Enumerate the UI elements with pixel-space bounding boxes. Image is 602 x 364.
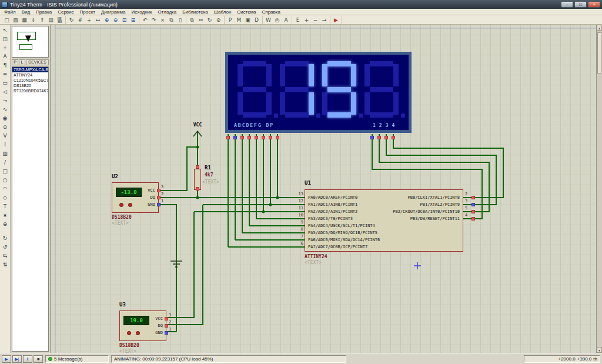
menu-item-6[interactable]: Исходник [129, 9, 155, 15]
pick-parts-button[interactable]: P [226, 16, 235, 24]
2d-symbol-mode-button[interactable]: ★ [1, 211, 10, 220]
device-item-3[interactable]: DS18B20 [12, 83, 48, 88]
text-script-mode-button[interactable]: ¶ [1, 61, 10, 70]
voltage-probe-mode-button[interactable]: V [1, 132, 10, 141]
messages-field[interactable]: 5 Message(s) [45, 355, 109, 363]
pause-button[interactable]: ‖ [23, 355, 32, 363]
scroll-up-arrow[interactable]: ▲ [597, 25, 602, 31]
device-item-4[interactable]: RT1206BRD074K7L [12, 88, 48, 93]
buses-mode-button[interactable]: ≡ [1, 70, 10, 79]
menu-item-3[interactable]: Сервис [55, 9, 76, 15]
toolbar-group: ▢▧▦⇓⇑▤▒ [1, 16, 66, 24]
design-explorer-button[interactable]: E [293, 16, 302, 24]
menu-item-8[interactable]: Библиотека [179, 9, 211, 15]
decompose-button[interactable]: D [252, 16, 261, 24]
export-section-button[interactable]: ⇑ [38, 16, 46, 24]
2d-text-mode-button[interactable]: T [1, 202, 10, 211]
graph-mode-button[interactable]: ∿ [1, 105, 10, 114]
packaging-tool-button[interactable]: ▣ [243, 16, 252, 24]
virtual-instruments-mode-button[interactable]: ▥ [1, 149, 10, 158]
generator-mode-button[interactable]: ⊙ [1, 123, 10, 132]
close-button[interactable]: × [588, 1, 600, 8]
goto-sheet-button[interactable]: → [320, 16, 329, 24]
zoom-out-button[interactable]: ⊖ [111, 16, 120, 24]
play-button[interactable]: ▶ [2, 355, 11, 363]
2d-path-mode-button[interactable]: ◇ [1, 193, 10, 202]
menu-item-11[interactable]: Справка [259, 9, 283, 15]
selection-mode-button[interactable]: ↖ [1, 26, 10, 35]
menu-item-0[interactable]: Файл [1, 9, 19, 15]
mirror-x-button[interactable]: ⇆ [1, 252, 10, 261]
import-section-button[interactable]: ⇓ [29, 16, 38, 24]
print-button[interactable]: ▤ [46, 16, 55, 24]
2d-box-mode-button[interactable]: □ [1, 167, 10, 176]
false-origin-button[interactable]: + [85, 16, 93, 24]
scroll-down-arrow[interactable]: ▼ [597, 347, 602, 353]
block-rotate-button[interactable]: ↻ [205, 16, 214, 24]
undo-button[interactable]: ↶ [141, 16, 149, 24]
block-delete-button[interactable]: ⊘ [214, 16, 223, 24]
wire-label-mode-button[interactable]: A [1, 52, 10, 61]
menu-item-10[interactable]: Система [234, 9, 259, 15]
tape-recorder-mode-button[interactable]: ◉ [1, 114, 10, 123]
mirror-y-button[interactable]: ⇅ [1, 261, 10, 269]
menu-item-1[interactable]: Вид [19, 9, 33, 15]
block-move-button[interactable]: ⇔ [196, 16, 205, 24]
zoom-all-button[interactable]: ⊡ [120, 16, 129, 24]
search-tag-button[interactable]: ◎ [273, 16, 282, 24]
block-copy-button[interactable]: ⧉ [188, 16, 196, 24]
rotate-clockwise-button[interactable]: ↻ [1, 234, 10, 243]
maximize-button[interactable]: □ [574, 1, 587, 8]
component-mode-button[interactable]: ◫ [1, 35, 10, 44]
cut-button[interactable]: × [158, 16, 167, 24]
marker-mode-button[interactable]: ⊕ [1, 220, 10, 229]
minimize-button[interactable]: – [561, 1, 573, 8]
netlist-to-ares-button[interactable]: ▶ [332, 16, 340, 24]
toggle-grid-button[interactable]: # [76, 16, 85, 24]
zoom-in-button[interactable]: ⊕ [102, 16, 111, 24]
zoom-area-button[interactable]: ⊞ [129, 16, 138, 24]
scrollbar-thumb[interactable] [597, 32, 601, 74]
2d-circle-mode-button[interactable]: ○ [1, 176, 10, 185]
preview-pane[interactable] [12, 26, 49, 58]
remove-sheet-button[interactable]: − [311, 16, 320, 24]
device-item-2[interactable]: C1210N104K5SC7185 [12, 78, 48, 83]
redraw-button[interactable]: ↻ [67, 16, 76, 24]
subcircuit-mode-button[interactable]: ▭ [1, 79, 10, 88]
2d-arc-mode-button[interactable]: ◠ [1, 185, 10, 193]
device-item-1[interactable]: ATTINY24 [12, 72, 48, 78]
u1-pin-number: 11 [290, 206, 303, 211]
schematic-canvas[interactable]: VCC R1 4k7 <TEXT> U1 ATTINY24 <TEXT> ABC… [51, 25, 596, 353]
pick-devices-button[interactable]: P [12, 59, 18, 65]
library-button[interactable]: L [19, 59, 25, 65]
menu-item-5[interactable]: Диаграмма [98, 9, 129, 15]
u3-reading: 19.0 [123, 316, 149, 325]
wire-autorouter-button[interactable]: W [264, 16, 273, 24]
current-probe-mode-button[interactable]: I [1, 141, 10, 149]
copy-button[interactable]: ⧉ [167, 16, 176, 24]
redo-button[interactable]: ↷ [149, 16, 158, 24]
step-button[interactable]: ▶| [12, 355, 22, 363]
vertical-scrollbar[interactable]: ▲ ▼ [596, 25, 602, 353]
terminal-mode-button[interactable]: ◁ [1, 88, 10, 96]
menu-item-9[interactable]: Шаблон [211, 9, 235, 15]
device-item-0[interactable]: 7SEG-MPX4-CA-BLUE [12, 67, 48, 72]
rotate-anticlockwise-button[interactable]: ↺ [1, 243, 10, 252]
junction-dot-mode-button[interactable]: + [1, 44, 10, 52]
device-pin-mode-button[interactable]: ⊸ [1, 96, 10, 105]
make-device-button[interactable]: M [235, 16, 243, 24]
open-design-button[interactable]: ▧ [11, 16, 20, 24]
pan-button[interactable]: ↔ [93, 16, 102, 24]
save-design-button[interactable]: ▦ [20, 16, 29, 24]
2d-line-mode-button[interactable]: / [1, 158, 10, 167]
property-assignment-button[interactable]: A [282, 16, 290, 24]
menu-item-2[interactable]: Правка [33, 9, 55, 15]
stop-button[interactable]: ■ [34, 355, 43, 363]
menu-item-7[interactable]: Отладка [155, 9, 180, 15]
new-sheet-button[interactable]: + [302, 16, 311, 24]
u1-pin-name: PA0/ADC0/AREF/PCINT0 [308, 195, 357, 201]
mark-output-area-button[interactable]: ▒ [55, 16, 64, 24]
paste-button[interactable]: ▯ [176, 16, 185, 24]
menu-item-4[interactable]: Проект [77, 9, 98, 15]
new-design-button[interactable]: ▢ [2, 16, 11, 24]
